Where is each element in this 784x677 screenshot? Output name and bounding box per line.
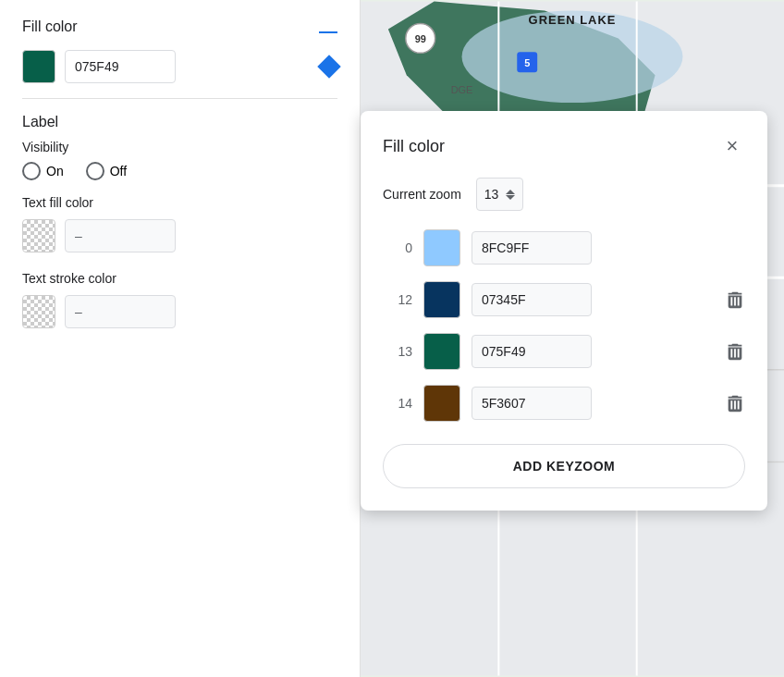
popup-color-input[interactable] bbox=[472, 387, 592, 420]
fill-color-swatch[interactable] bbox=[22, 50, 55, 83]
on-label: On bbox=[46, 164, 64, 178]
popup-color-input[interactable] bbox=[472, 283, 592, 316]
zoom-value: 13 bbox=[484, 187, 499, 202]
visibility-label: Visibility bbox=[22, 140, 68, 154]
popup-color-swatch[interactable] bbox=[423, 333, 460, 370]
visibility-row: On Off bbox=[22, 162, 337, 180]
color-row: 13 bbox=[383, 333, 745, 370]
close-button[interactable]: × bbox=[719, 133, 745, 159]
add-keyzoom-button[interactable]: ADD KEYZOOM bbox=[383, 444, 745, 488]
text-stroke-color-row: – bbox=[22, 295, 337, 328]
text-fill-color-swatch[interactable] bbox=[22, 219, 55, 252]
svg-text:5: 5 bbox=[524, 57, 530, 68]
popup-color-input[interactable] bbox=[472, 335, 592, 368]
left-panel: Fill color — Label Visibility On Off Tex… bbox=[0, 0, 361, 677]
svg-text:DGE: DGE bbox=[451, 84, 473, 95]
popup-title: Fill color bbox=[383, 137, 445, 156]
radio-on-label[interactable]: On bbox=[22, 162, 64, 180]
text-fill-color-row: – bbox=[22, 219, 337, 252]
popup-color-swatch[interactable] bbox=[423, 385, 460, 422]
zoom-row: Current zoom 13 bbox=[383, 178, 745, 211]
label-section: Label Visibility On Off Text fill color … bbox=[22, 114, 337, 328]
popup-color-input[interactable] bbox=[472, 231, 592, 265]
svg-text:99: 99 bbox=[415, 33, 426, 44]
diamond-icon[interactable] bbox=[317, 55, 340, 78]
text-stroke-color-label: Text stroke color bbox=[22, 271, 337, 286]
text-stroke-color-input[interactable]: – bbox=[65, 295, 176, 328]
popup-color-swatch[interactable] bbox=[423, 281, 460, 318]
popup-header: Fill color × bbox=[383, 133, 745, 159]
current-zoom-label: Current zoom bbox=[383, 187, 461, 202]
fill-color-title: Fill color bbox=[22, 18, 78, 35]
radio-on[interactable] bbox=[22, 162, 41, 180]
text-fill-color-input[interactable]: – bbox=[65, 219, 176, 252]
radio-off-label[interactable]: Off bbox=[86, 162, 127, 180]
label-title: Label bbox=[22, 114, 337, 130]
fill-color-input[interactable] bbox=[65, 50, 176, 83]
popup-color-swatch[interactable] bbox=[423, 229, 460, 266]
off-label: Off bbox=[110, 164, 127, 178]
delete-color-button[interactable] bbox=[725, 289, 745, 310]
color-row-zoom: 13 bbox=[383, 344, 412, 359]
color-rows-container: 012 13 14 bbox=[383, 229, 745, 422]
fill-color-row bbox=[22, 50, 337, 83]
delete-color-button[interactable] bbox=[725, 393, 745, 413]
radio-off[interactable] bbox=[86, 162, 104, 180]
fill-color-popup: Fill color × Current zoom 13 012 13 14 A… bbox=[361, 111, 767, 511]
fill-color-section: Fill color — bbox=[22, 18, 337, 43]
stepper-arrows[interactable] bbox=[506, 190, 515, 200]
text-fill-color-label: Text fill color bbox=[22, 195, 337, 210]
arrow-up-icon[interactable] bbox=[506, 190, 515, 194]
arrow-down-icon[interactable] bbox=[506, 195, 515, 200]
collapse-icon[interactable]: — bbox=[319, 21, 337, 40]
color-row: 0 bbox=[383, 229, 745, 266]
color-row-zoom: 12 bbox=[383, 292, 412, 307]
divider-1 bbox=[22, 98, 337, 99]
delete-color-button[interactable] bbox=[725, 341, 745, 362]
color-row-zoom: 14 bbox=[383, 396, 412, 411]
zoom-stepper[interactable]: 13 bbox=[476, 178, 524, 211]
svg-text:GREEN LAKE: GREEN LAKE bbox=[529, 13, 617, 27]
color-row-zoom: 0 bbox=[383, 240, 412, 255]
color-row: 12 bbox=[383, 281, 745, 318]
text-stroke-color-swatch[interactable] bbox=[22, 295, 55, 328]
color-row: 14 bbox=[383, 385, 745, 422]
